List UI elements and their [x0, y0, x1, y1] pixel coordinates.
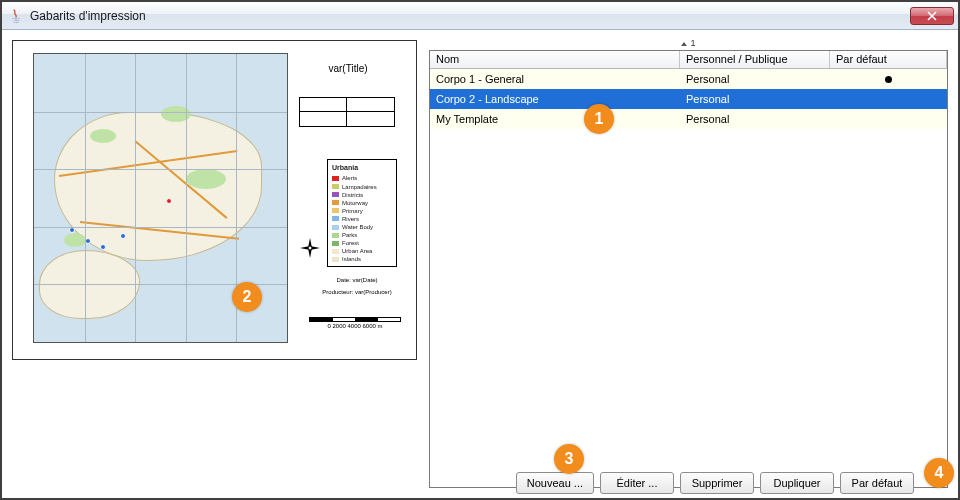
legend-item: Water Body: [332, 223, 392, 231]
page-indicator: 1: [429, 38, 948, 50]
client-area: var(Title) Urbania AlertsLampadairesDist…: [2, 30, 958, 498]
window-title: Gabarits d'impression: [30, 9, 910, 23]
callout-badge-4: 4: [924, 458, 954, 488]
duplicate-button[interactable]: Dupliquer: [760, 472, 834, 494]
cell-nom: My Template: [430, 113, 680, 125]
cell-nom: Corpo 1 - General: [430, 73, 680, 85]
table-row[interactable]: My TemplatePersonal: [430, 109, 947, 129]
preview-date-placeholder: Date: var(Date): [309, 277, 405, 283]
legend-item: Motorway: [332, 199, 392, 207]
table-row[interactable]: Corpo 1 - GeneralPersonal: [430, 69, 947, 89]
java-icon: [8, 8, 24, 24]
legend-item: Forest: [332, 239, 392, 247]
table-row[interactable]: Corpo 2 - LandscapePersonal: [430, 89, 947, 109]
window-titlebar: Gabarits d'impression: [2, 2, 958, 30]
cell-personnel-publique: Personal: [680, 73, 830, 85]
legend-item: Alerts: [332, 174, 392, 182]
table-header: Nom Personnel / Publique Par défaut: [430, 51, 947, 69]
set-default-button[interactable]: Par défaut: [840, 472, 914, 494]
legend-item: Islands: [332, 255, 392, 263]
preview-attribute-table: [299, 97, 395, 127]
cell-personnel-publique: Personal: [680, 113, 830, 125]
cell-personnel-publique: Personal: [680, 93, 830, 105]
window-close-button[interactable]: [910, 7, 954, 25]
col-header-nom[interactable]: Nom: [430, 51, 680, 68]
preview-title-placeholder: var(Title): [303, 63, 393, 74]
preview-legend: Urbania AlertsLampadairesDistrictsMotorw…: [327, 159, 397, 267]
compass-icon: [299, 237, 321, 259]
legend-item: Lampadaires: [332, 183, 392, 191]
preview-scale-bar: 0 2000 4000 6000 m: [309, 317, 401, 329]
templates-table[interactable]: Nom Personnel / Publique Par défaut Corp…: [429, 50, 948, 488]
legend-item: Rivers: [332, 215, 392, 223]
edit-button[interactable]: Éditer ...: [600, 472, 674, 494]
cell-nom: Corpo 2 - Landscape: [430, 93, 680, 105]
callout-badge-1: 1: [584, 104, 614, 134]
delete-button[interactable]: Supprimer: [680, 472, 754, 494]
callout-badge-3: 3: [554, 444, 584, 474]
cell-par-defaut: [830, 76, 947, 83]
legend-title: Urbania: [332, 163, 392, 172]
col-header-par-defaut[interactable]: Par défaut: [830, 51, 947, 68]
templates-panel: 1 Nom Personnel / Publique Par défaut Co…: [429, 38, 948, 488]
default-dot-icon: [885, 76, 892, 83]
legend-item: Primary: [332, 207, 392, 215]
action-buttons: Nouveau ... Éditer ... Supprimer Dupliqu…: [516, 472, 914, 494]
new-button[interactable]: Nouveau ...: [516, 472, 594, 494]
legend-item: Parks: [332, 231, 392, 239]
template-preview: var(Title) Urbania AlertsLampadairesDist…: [12, 40, 417, 360]
legend-item: Districts: [332, 191, 392, 199]
sort-asc-icon: [681, 42, 687, 46]
callout-badge-2: 2: [232, 282, 262, 312]
close-icon: [927, 11, 937, 21]
legend-item: Urban Area: [332, 247, 392, 255]
preview-producer-placeholder: Producteur: var(Producer): [309, 289, 405, 295]
col-header-personnel-publique[interactable]: Personnel / Publique: [680, 51, 830, 68]
